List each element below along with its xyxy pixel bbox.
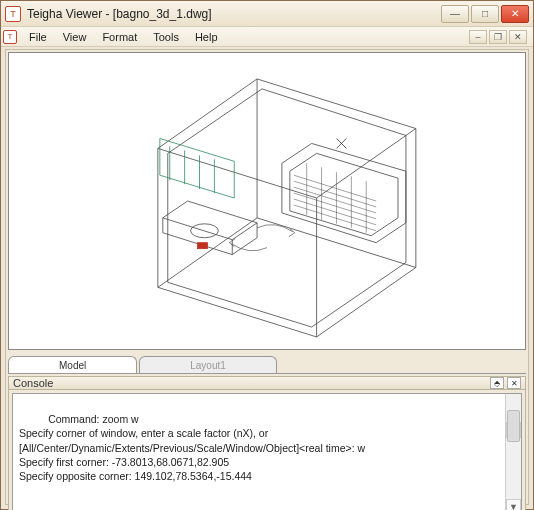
console-close-button[interactable]: ✕ — [507, 377, 521, 389]
console-scrollbar[interactable]: ▲ ▼ — [505, 394, 521, 510]
console-log[interactable]: Command: zoom w Specify corner of window… — [12, 393, 522, 510]
menu-tools[interactable]: Tools — [145, 29, 187, 45]
app-icon: T — [5, 6, 21, 22]
document-icon[interactable]: T — [3, 30, 17, 44]
client-area: Model Layout1 Console ⬘ ✕ Command: zoom … — [5, 49, 529, 505]
menubar: T File View Format Tools Help – ❐ ✕ — [1, 27, 533, 47]
console-title: Console — [13, 377, 53, 389]
drawing-svg — [9, 53, 525, 349]
mdi-minimize-button[interactable]: – — [469, 30, 487, 44]
mdi-restore-button[interactable]: ❐ — [489, 30, 507, 44]
scroll-down-icon[interactable]: ▼ — [506, 499, 521, 510]
window-title: Teigha Viewer - [bagno_3d_1.dwg] — [27, 7, 441, 21]
titlebar[interactable]: T Teigha Viewer - [bagno_3d_1.dwg] — □ ✕ — [1, 1, 533, 27]
layout-tabs: Model Layout1 — [8, 352, 526, 374]
maximize-button[interactable]: □ — [471, 5, 499, 23]
close-button[interactable]: ✕ — [501, 5, 529, 23]
minimize-button[interactable]: — — [441, 5, 469, 23]
console-panel: Console ⬘ ✕ Command: zoom w Specify corn… — [8, 376, 526, 502]
tab-model[interactable]: Model — [8, 356, 137, 374]
console-header[interactable]: Console ⬘ ✕ — [8, 376, 526, 390]
menu-format[interactable]: Format — [94, 29, 145, 45]
drawing-canvas[interactable] — [8, 52, 526, 350]
console-pin-button[interactable]: ⬘ — [490, 377, 504, 389]
menu-view[interactable]: View — [55, 29, 95, 45]
app-window: T Teigha Viewer - [bagno_3d_1.dwg] — □ ✕… — [0, 0, 534, 510]
menu-help[interactable]: Help — [187, 29, 226, 45]
scroll-thumb[interactable] — [507, 410, 520, 442]
svg-rect-16 — [198, 243, 208, 249]
tab-layout1[interactable]: Layout1 — [139, 356, 277, 374]
menu-file[interactable]: File — [21, 29, 55, 45]
console-log-text: Command: zoom w Specify corner of window… — [19, 413, 365, 482]
mdi-close-button[interactable]: ✕ — [509, 30, 527, 44]
